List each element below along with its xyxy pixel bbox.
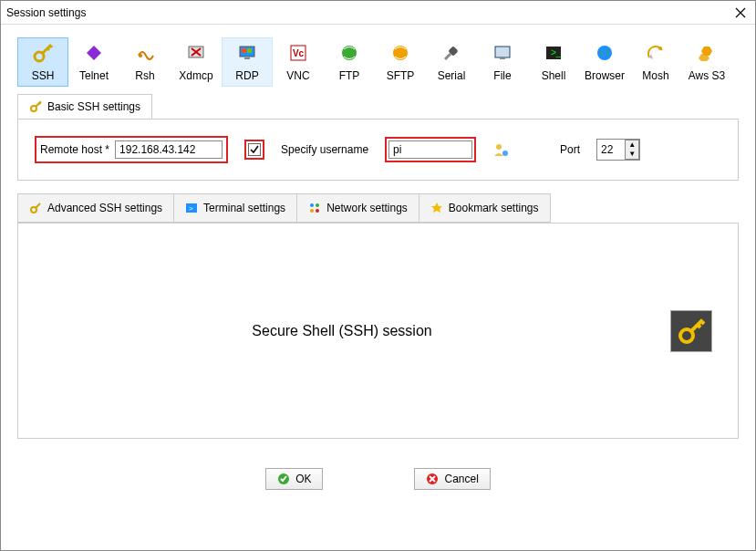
dish-icon <box>645 42 667 64</box>
titlebar: Session settings <box>1 1 755 25</box>
protocol-label: SFTP <box>387 69 415 82</box>
svg-point-18 <box>658 47 662 50</box>
protocol-label: Rsh <box>135 69 154 82</box>
protocol-vnc[interactable]: Vc VNC <box>273 37 324 87</box>
svg-point-29 <box>310 209 314 213</box>
remote-host-label: Remote host * <box>40 143 109 156</box>
remote-host-input[interactable] <box>115 140 223 159</box>
cancel-label: Cancel <box>444 473 478 485</box>
protocol-label: Shell <box>542 69 566 82</box>
svg-point-17 <box>597 46 612 60</box>
svg-text:>_: >_ <box>551 47 562 57</box>
protocol-label: Mosh <box>642 69 668 82</box>
monitor-icon <box>236 42 258 64</box>
svg-point-2 <box>139 54 142 57</box>
x-icon <box>185 42 207 64</box>
tab-label: Bookmark settings <box>449 202 539 214</box>
file-icon <box>492 42 513 64</box>
svg-rect-5 <box>242 48 246 53</box>
tab-bookmark-settings[interactable]: Bookmark settings <box>419 193 551 223</box>
protocol-ssh[interactable]: SSH <box>17 37 68 87</box>
protocol-xdmcp[interactable]: Xdmcp <box>171 37 222 87</box>
basic-tab-label: Basic SSH settings <box>47 100 140 113</box>
basic-ssh-tab[interactable]: Basic SSH settings <box>17 94 152 119</box>
svg-point-10 <box>342 46 357 60</box>
world-icon <box>594 42 616 64</box>
protocol-telnet[interactable]: Telnet <box>68 37 119 87</box>
advanced-panel: Secure Shell (SSH) session <box>17 224 739 439</box>
svg-point-11 <box>393 46 408 60</box>
tab-terminal-settings[interactable]: > Terminal settings <box>174 193 297 223</box>
port-spinner[interactable]: ▲ ▼ <box>625 140 639 160</box>
svg-rect-14 <box>500 57 505 59</box>
basic-tabbar: Basic SSH settings <box>17 94 739 119</box>
window-title: Session settings <box>6 6 86 19</box>
close-button[interactable] <box>731 4 750 22</box>
check-icon <box>277 473 290 485</box>
svg-rect-7 <box>244 57 250 59</box>
plug-icon <box>440 42 462 64</box>
svg-point-22 <box>496 144 502 150</box>
svg-text:>: > <box>189 204 193 213</box>
protocol-label: RDP <box>235 69 258 82</box>
username-group <box>385 137 476 162</box>
svg-point-23 <box>502 151 508 156</box>
protocol-label: File <box>493 69 511 82</box>
cancel-button[interactable]: Cancel <box>414 468 490 490</box>
wave-icon <box>134 42 156 64</box>
specify-username-checkbox-group <box>244 140 264 160</box>
protocol-icons-row: SSH Telnet Rsh Xdmcp RDP Vc VNC FTP SFTP… <box>1 25 755 94</box>
cancel-icon <box>426 473 439 485</box>
svg-text:Vc: Vc <box>293 48 305 58</box>
protocol-label: Browser <box>585 69 625 82</box>
svg-marker-31 <box>431 203 442 213</box>
terminal2-icon: > <box>185 202 198 214</box>
protocol-label: FTP <box>339 69 360 82</box>
tab-advanced-ssh[interactable]: Advanced SSH settings <box>17 193 174 223</box>
protocol-label: VNC <box>286 69 309 82</box>
username-input[interactable] <box>388 140 472 159</box>
key-icon <box>32 42 54 64</box>
ok-button[interactable]: OK <box>265 468 323 490</box>
svg-rect-13 <box>495 47 510 57</box>
protocol-rdp[interactable]: RDP <box>222 37 273 87</box>
port-input[interactable] <box>597 140 625 159</box>
diamond-icon <box>83 42 105 64</box>
svg-point-30 <box>316 209 319 213</box>
svg-point-28 <box>316 203 319 207</box>
network-icon <box>308 202 321 214</box>
ok-label: OK <box>295 473 311 485</box>
protocol-mosh[interactable]: Mosh <box>630 37 681 87</box>
port-down-button[interactable]: ▼ <box>626 150 638 159</box>
globe-icon <box>338 42 360 64</box>
protocol-serial[interactable]: Serial <box>426 37 477 87</box>
star-icon <box>430 202 443 214</box>
session-description: Secure Shell (SSH) session <box>252 323 431 339</box>
protocol-rsh[interactable]: Rsh <box>119 37 171 87</box>
user-icon[interactable] <box>492 141 509 158</box>
protocol-label: Xdmcp <box>179 69 212 82</box>
basic-ssh-panel: Remote host * Specify username Port ▲ ▼ <box>17 119 739 181</box>
protocol-sftp[interactable]: SFTP <box>375 37 426 87</box>
protocol-browser[interactable]: Browser <box>579 37 630 87</box>
svg-point-27 <box>310 203 314 207</box>
svg-marker-1 <box>87 46 101 60</box>
tab-label: Network settings <box>326 202 408 214</box>
protocol-shell[interactable]: >_ Shell <box>528 37 579 87</box>
specify-username-checkbox[interactable] <box>248 143 261 156</box>
protocol-label: Aws S3 <box>689 69 725 82</box>
hex-icon <box>696 42 718 64</box>
tab-network-settings[interactable]: Network settings <box>297 193 419 223</box>
tab-label: Terminal settings <box>203 202 285 214</box>
vnc-icon: Vc <box>287 42 309 64</box>
key-icon <box>29 202 42 214</box>
protocol-label: Telnet <box>79 69 109 82</box>
advanced-tabbar: Advanced SSH settings > Terminal setting… <box>17 193 739 224</box>
tab-label: Advanced SSH settings <box>47 202 162 214</box>
port-up-button[interactable]: ▲ <box>626 140 638 150</box>
protocol-ftp[interactable]: FTP <box>324 37 375 87</box>
protocol-file[interactable]: File <box>477 37 528 87</box>
terminal-icon: >_ <box>543 42 564 64</box>
globe2-icon <box>389 42 411 64</box>
protocol-aws-s3[interactable]: Aws S3 <box>681 37 732 87</box>
